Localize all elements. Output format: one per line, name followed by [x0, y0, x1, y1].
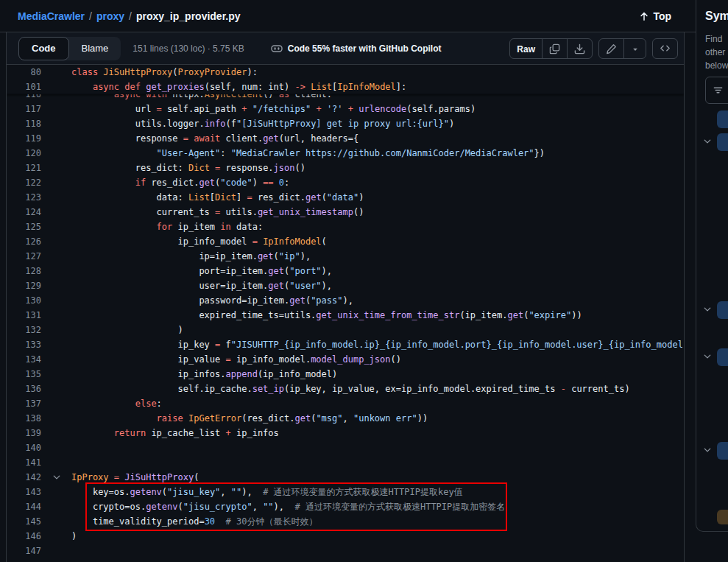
line-number[interactable]: 123 — [7, 190, 41, 205]
line-number[interactable]: 127 — [7, 249, 41, 264]
symbol-item[interactable] — [717, 442, 728, 460]
code-line: 122 if res_dict.get("code") == 0: — [7, 175, 684, 190]
line-number[interactable]: 135 — [7, 367, 41, 382]
code-text: utils.logger.info(f"[JiSuHttpProxy] get … — [71, 116, 454, 131]
line-number[interactable]: 118 — [7, 116, 41, 131]
symbols-panel: Symbols Find other below — [696, 0, 728, 532]
line-number[interactable]: 132 — [7, 323, 41, 337]
edit-button[interactable] — [599, 39, 623, 59]
line-number[interactable]: 124 — [7, 205, 41, 219]
code-line: 147 — [7, 544, 684, 558]
line-number[interactable]: 141 — [7, 455, 41, 470]
download-icon — [574, 43, 585, 55]
sticky-scope-lines: 80class JiSuHttpProxy(ProxyProvider):101… — [7, 65, 684, 94]
symbols-filter-input[interactable] — [705, 77, 728, 104]
line-number[interactable]: 126 — [7, 234, 41, 249]
code-text: for ip_item in data: — [71, 219, 263, 234]
symbol-item[interactable] — [717, 133, 728, 151]
line-number[interactable]: 134 — [7, 352, 41, 367]
line-number[interactable]: 129 — [7, 278, 41, 293]
raw-button[interactable]: Raw — [510, 39, 542, 59]
symbol-item[interactable] — [717, 510, 728, 524]
chevron-down-icon[interactable] — [703, 446, 712, 454]
copy-icon — [549, 43, 560, 55]
code-line: 127 ip=ip_item.get("ip"), — [7, 249, 684, 264]
code-line: 140 — [7, 440, 684, 455]
symbol-item[interactable] — [717, 348, 728, 366]
line-number[interactable]: 139 — [7, 426, 41, 440]
code-text: res_dict: Dict = response.json() — [71, 161, 305, 175]
code-text: "User-Agent": "MediaCrawler https://gith… — [71, 146, 545, 161]
copilot-banner-label: Code 55% faster with GitHub Copilot — [288, 43, 442, 54]
line-number[interactable]: 147 — [7, 544, 41, 558]
code-line: 138 raise IpGetError(res_dict.get("msg",… — [7, 411, 684, 426]
copilot-banner[interactable]: Code 55% faster with GitHub Copilot — [271, 43, 442, 55]
symbols-toggle-button[interactable] — [652, 38, 678, 59]
code-text: raise IpGetError(res_dict.get("msg", "un… — [71, 411, 428, 426]
line-number[interactable]: 142 — [7, 470, 41, 485]
fold-chevron-icon[interactable] — [41, 473, 71, 482]
up-arrow-icon — [639, 11, 649, 21]
line-number[interactable]: 144 — [7, 499, 41, 514]
caret-down-icon — [632, 46, 639, 53]
breadcrumb: MediaCrawler / proxy / proxy_ip_provider… — [0, 0, 696, 32]
line-number[interactable]: 128 — [7, 264, 41, 278]
code-text: ) — [71, 529, 77, 544]
breadcrumb-repo-link[interactable]: MediaCrawler — [18, 10, 85, 22]
tab-code[interactable]: Code — [18, 37, 69, 60]
chevron-down-icon[interactable] — [703, 352, 712, 361]
line-number[interactable]: 145 — [7, 514, 41, 529]
code-line: 146) — [7, 529, 684, 544]
code-line: 80class JiSuHttpProxy(ProxyProvider): — [7, 65, 684, 80]
symbol-item[interactable] — [717, 110, 728, 128]
code-text: ip=ip_item.get("ip"), — [71, 249, 311, 264]
line-number[interactable]: 80 — [7, 65, 41, 80]
code-blame-switcher: Code Blame — [18, 37, 121, 60]
line-number[interactable]: 130 — [7, 293, 41, 308]
code-line: 117 url = self.api_path + "/fetchips" + … — [7, 102, 684, 116]
code-line: 133 ip_key = f"JISUHTTP_{ip_info_model.i… — [7, 337, 684, 352]
breadcrumb-folder-link[interactable]: proxy — [96, 10, 124, 22]
line-number[interactable]: 131 — [7, 308, 41, 323]
code-text: ) — [71, 323, 183, 337]
chevron-down-icon[interactable] — [703, 305, 712, 314]
line-number[interactable]: 125 — [7, 219, 41, 234]
line-number[interactable]: 140 — [7, 440, 41, 455]
line-number[interactable]: 143 — [7, 485, 41, 499]
line-number[interactable]: 122 — [7, 175, 41, 190]
copy-button[interactable] — [542, 39, 567, 59]
code-line: 126 ip_info_model = IpInfoModel( — [7, 234, 684, 249]
code-text: password=ip_item.get("pass"), — [71, 293, 353, 308]
line-number[interactable]: 138 — [7, 411, 41, 426]
line-number[interactable]: 133 — [7, 337, 41, 352]
code-line: 141 — [7, 455, 684, 470]
code-text: ip_key = f"JISUHTTP_{ip_info_model.ip}_{… — [71, 337, 683, 352]
line-number[interactable]: 146 — [7, 529, 41, 544]
code-text: current_ts = utils.get_unix_timestamp() — [71, 205, 364, 219]
chevron-down-icon[interactable] — [703, 137, 712, 146]
file-toolbar: Code Blame 151 lines (130 loc) · 5.75 KB… — [7, 32, 684, 65]
code-line: 136 self.ip_cache.set_ip(ip_key, ip_valu… — [7, 382, 684, 396]
symbol-item[interactable] — [717, 301, 728, 319]
line-number[interactable]: 119 — [7, 131, 41, 146]
tab-blame[interactable]: Blame — [69, 37, 121, 60]
code-text: port=ip_item.get("port"), — [71, 264, 332, 278]
download-button[interactable] — [567, 39, 592, 59]
code-line: 124 current_ts = utils.get_unix_timestam… — [7, 205, 684, 219]
line-number[interactable]: 120 — [7, 146, 41, 161]
code-text: else: — [71, 396, 162, 411]
back-to-top-link[interactable]: Top — [639, 0, 671, 32]
code-line: 129 user=ip_item.get("user"), — [7, 278, 684, 293]
code-text: user=ip_item.get("user"), — [71, 278, 332, 293]
line-number[interactable]: 136 — [7, 382, 41, 396]
symbols-panel-title: Symbols — [705, 10, 728, 23]
line-number[interactable]: 101 — [7, 80, 41, 94]
code-text: ip_infos.append(ip_info_model) — [71, 367, 337, 382]
line-number[interactable]: 117 — [7, 102, 41, 116]
line-number[interactable]: 137 — [7, 396, 41, 411]
code-line: 139 return ip_cache_list + ip_infos — [7, 426, 684, 440]
code-text: class JiSuHttpProxy(ProxyProvider): — [71, 65, 258, 80]
line-number[interactable]: 121 — [7, 161, 41, 175]
code-line: 135 ip_infos.append(ip_info_model) — [7, 367, 684, 382]
edit-dropdown-button[interactable] — [623, 39, 646, 59]
